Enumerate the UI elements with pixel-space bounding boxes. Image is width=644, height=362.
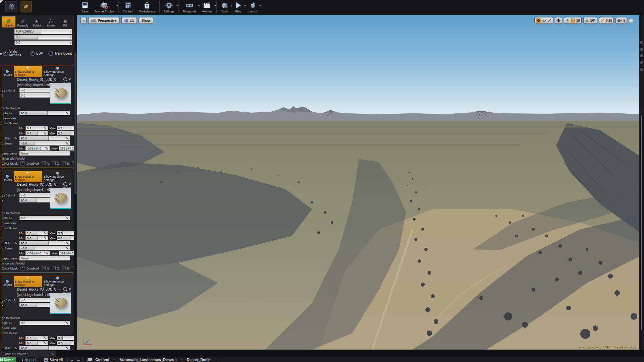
details-button[interactable]: Details: [2, 69, 13, 77]
add-new-button[interactable]: Add New: [0, 357, 16, 362]
z-offset-min-input[interactable]: 0.0: [25, 131, 48, 136]
show-painting-settings-button[interactable]: Show Painting settings: [14, 66, 43, 77]
scale-min-input[interactable]: 1.0: [25, 336, 48, 341]
stepper-arrows-icon[interactable]: [70, 42, 71, 44]
z-offset-max-input[interactable]: 0.0: [56, 131, 74, 136]
align-max-angle-input[interactable]: 0.0: [19, 320, 70, 325]
landscape-layer-input[interactable]: None: [19, 151, 70, 156]
spinner-icon[interactable]: [65, 242, 68, 245]
spinner-icon[interactable]: [43, 237, 46, 240]
spinner-icon[interactable]: [56, 299, 59, 302]
close-icon[interactable]: [52, 352, 54, 356]
rotation-snap-value[interactable]: 10°: [590, 19, 595, 22]
scrollbar-thumb[interactable]: [74, 53, 76, 194]
level-viewport[interactable]: Perspective Lit Show: [77, 15, 639, 350]
world-globe-icon[interactable]: [556, 18, 560, 22]
scale-snap-icon[interactable]: [600, 18, 604, 22]
play-button[interactable]: Play: [231, 0, 245, 13]
search-icon[interactable]: [63, 182, 67, 186]
filter-bsp[interactable]: BSP: [30, 51, 43, 56]
filter-translucent[interactable]: Translucent: [48, 51, 72, 56]
breadcrumb-folder[interactable]: Automatic_Landscapes_Deserts: [118, 358, 178, 362]
remove-mesh-icon[interactable]: [69, 182, 71, 186]
spinner-icon[interactable]: [56, 89, 59, 92]
height-max-input[interactable]: 262144.0: [58, 251, 74, 256]
spinner-icon[interactable]: [45, 147, 48, 150]
find-in-content-browser-icon[interactable]: [58, 77, 62, 81]
docked-tab-icon[interactable]: [640, 68, 643, 71]
paint-tool-button[interactable]: Paint: [2, 16, 15, 27]
paint-density-input[interactable]: 0.2: [14, 35, 72, 40]
docked-tab-icon[interactable]: [640, 48, 643, 51]
lasso-tool-button[interactable]: Lasso: [44, 16, 58, 27]
lit-mode-button[interactable]: Lit: [121, 17, 137, 24]
mask-g-checkbox[interactable]: [52, 161, 56, 165]
content-button[interactable]: Content: [120, 0, 136, 13]
show-instance-settings-button[interactable]: Show Instance settings: [43, 66, 72, 77]
mesh-thumbnail[interactable]: [50, 83, 71, 104]
ground-slope-input[interactable]: 45.0: [19, 246, 70, 251]
stepper-arrows-icon[interactable]: [70, 30, 71, 33]
brush-size-input[interactable]: 484.624023: [14, 29, 72, 34]
z-offset-max-input[interactable]: 0.0: [56, 341, 74, 346]
camera-speed-value[interactable]: 8: [623, 19, 625, 22]
mask-g-checkbox[interactable]: [52, 266, 56, 270]
align-max-angle-input[interactable]: 90.0: [19, 111, 70, 116]
maximize-viewport-button[interactable]: [629, 18, 634, 23]
dock-scrollbar[interactable]: [641, 115, 642, 330]
blueprints-button[interactable]: Blueprints: [180, 0, 199, 13]
show-painting-settings-button[interactable]: Show Painting settings: [14, 276, 43, 287]
build-button[interactable]: Build: [218, 0, 231, 13]
select-tool-button[interactable]: Select: [30, 16, 44, 27]
remove-mesh-icon[interactable]: [69, 77, 71, 81]
stepper-arrows-icon[interactable]: [70, 36, 71, 39]
checkbox-checked-icon[interactable]: [3, 51, 8, 56]
mask-b-checkbox[interactable]: [62, 161, 66, 165]
spinner-icon[interactable]: [56, 304, 59, 307]
breadcrumb-folder[interactable]: Desert_Rocks: [185, 358, 213, 362]
surface-snap-icon[interactable]: [566, 18, 570, 22]
source-control-button[interactable]: Source Control: [92, 0, 117, 13]
scale-max-input[interactable]: 3.0: [56, 336, 74, 341]
disabled-checkbox[interactable]: [20, 266, 25, 270]
grid-snap-icon[interactable]: [571, 18, 575, 22]
docked-tab-icon[interactable]: [640, 61, 643, 64]
mask-b-checkbox[interactable]: [62, 266, 66, 270]
foliage-mode-button[interactable]: [20, 1, 32, 12]
spinner-icon[interactable]: [45, 252, 48, 255]
launch-button[interactable]: Launch: [245, 0, 260, 13]
checkbox-unchecked-icon[interactable]: [48, 51, 53, 56]
scale-min-input[interactable]: 0.1: [25, 126, 48, 131]
perspective-button[interactable]: Perspective: [88, 17, 119, 24]
scale-max-input[interactable]: 3.0: [56, 231, 74, 236]
z-offset-min-input[interactable]: 0.0: [25, 341, 48, 346]
grid-snap-value[interactable]: 10: [576, 19, 580, 22]
fill-tool-button[interactable]: Fill: [58, 16, 72, 27]
spinner-icon[interactable]: [43, 127, 46, 130]
search-icon[interactable]: [63, 77, 67, 81]
show-flags-button[interactable]: Show: [139, 17, 154, 24]
spinner-icon[interactable]: [56, 194, 59, 197]
move-tool-button[interactable]: [536, 18, 541, 23]
rotate-icon[interactable]: [542, 18, 546, 22]
find-in-content-browser-icon[interactable]: [58, 182, 62, 186]
spinner-icon[interactable]: [65, 217, 68, 220]
spinner-icon[interactable]: [43, 232, 46, 235]
mask-r-checkbox[interactable]: [42, 161, 46, 165]
search-icon[interactable]: [63, 287, 67, 291]
history-forward-button[interactable]: [75, 357, 82, 362]
spinner-icon[interactable]: [65, 142, 68, 145]
spinner-icon[interactable]: [43, 342, 46, 345]
spinner-icon[interactable]: [56, 199, 59, 202]
content-browser-tab[interactable]: Content Browser: [0, 351, 56, 357]
scale-snap-value[interactable]: 0.25: [606, 19, 612, 22]
spinner-icon[interactable]: [43, 132, 46, 135]
filter-static-meshes[interactable]: Static Meshes: [3, 50, 25, 57]
save-button[interactable]: Save: [78, 0, 92, 13]
angle-snap-icon[interactable]: [585, 18, 589, 22]
breadcrumb-content[interactable]: Content: [94, 358, 111, 362]
save-all-button[interactable]: Save All: [40, 358, 67, 362]
spinner-icon[interactable]: [65, 321, 68, 324]
z-offset-max-input[interactable]: 0.0: [56, 236, 74, 241]
spinner-icon[interactable]: [65, 247, 68, 250]
